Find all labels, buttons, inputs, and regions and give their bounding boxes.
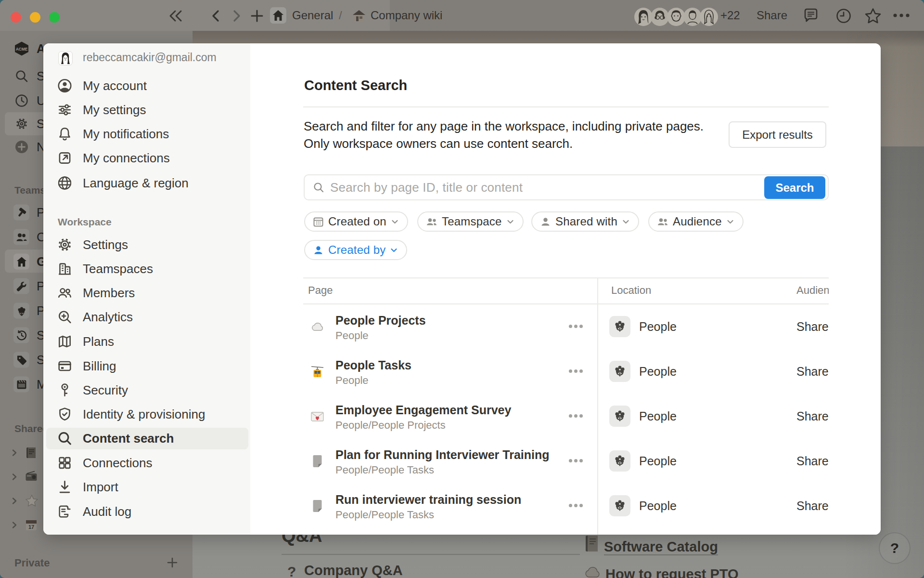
svg-text:ACME: ACME (16, 47, 28, 52)
svg-text:17: 17 (28, 524, 34, 530)
